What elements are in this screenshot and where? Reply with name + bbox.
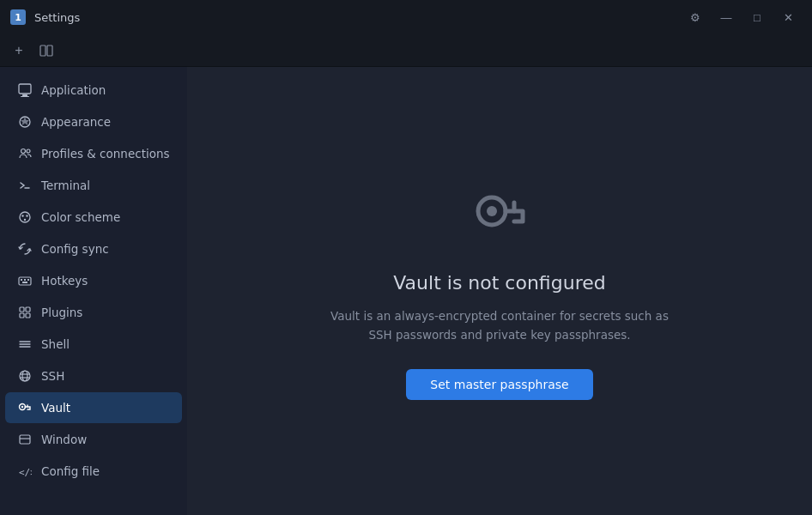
- svg-rect-1: [47, 45, 52, 56]
- titlebar-left: 1 Settings: [10, 9, 682, 25]
- svg-rect-14: [21, 279, 22, 281]
- svg-rect-32: [20, 435, 30, 444]
- svg-rect-21: [26, 313, 30, 318]
- svg-point-30: [21, 406, 23, 408]
- vault-icon: [17, 400, 33, 415]
- tab-bar: +: [0, 34, 812, 67]
- sidebar-label-application: Application: [41, 83, 106, 97]
- vault-title: Vault is not configured: [393, 272, 605, 294]
- sidebar-label-vault: Vault: [41, 401, 70, 415]
- maximize-button[interactable]: □: [743, 3, 771, 31]
- svg-rect-19: [26, 307, 30, 312]
- svg-text:</>: </>: [19, 467, 32, 478]
- vault-empty-icon: [470, 182, 530, 255]
- svg-rect-13: [19, 277, 31, 285]
- profiles-icon: [17, 146, 33, 161]
- svg-point-6: [21, 149, 26, 154]
- svg-rect-18: [20, 307, 24, 312]
- new-tab-button[interactable]: +: [7, 39, 31, 63]
- application-icon: [17, 82, 33, 98]
- sidebar-item-configfile[interactable]: </> Config file: [5, 456, 182, 487]
- svg-rect-0: [40, 45, 45, 56]
- titlebar-title: Settings: [34, 11, 80, 24]
- plugins-icon: [17, 305, 33, 320]
- svg-rect-20: [20, 313, 24, 318]
- sidebar-item-window[interactable]: Window: [5, 424, 182, 455]
- svg-point-11: [26, 215, 27, 216]
- ssh-icon: [17, 368, 33, 384]
- sidebar-item-shell[interactable]: Shell: [5, 329, 182, 360]
- sidebar-item-colorscheme[interactable]: Color scheme: [5, 202, 182, 233]
- window-icon: [17, 432, 33, 447]
- titlebar-actions: ⚙ — □ ✕: [682, 3, 802, 31]
- svg-point-9: [20, 212, 30, 222]
- sidebar-label-configfile: Config file: [41, 464, 100, 478]
- sidebar-label-shell: Shell: [41, 337, 70, 351]
- vault-description: Vault is an always-encrypted container f…: [319, 307, 680, 344]
- svg-rect-3: [22, 94, 27, 96]
- shell-icon: [17, 336, 33, 352]
- svg-point-10: [21, 215, 23, 216]
- sidebar-item-plugins[interactable]: Plugins: [5, 297, 182, 328]
- svg-point-36: [487, 206, 497, 216]
- svg-point-12: [24, 219, 26, 221]
- close-button[interactable]: ✕: [774, 3, 802, 31]
- svg-point-25: [20, 371, 30, 381]
- sidebar: Application Appearance Profiles & connec…: [0, 67, 187, 515]
- set-passphrase-button[interactable]: Set master passphrase: [406, 369, 592, 400]
- sidebar-item-configsync[interactable]: Config sync: [5, 233, 182, 264]
- colorscheme-icon: [17, 209, 33, 225]
- sidebar-item-vault[interactable]: Vault: [5, 392, 182, 423]
- sidebar-label-colorscheme: Color scheme: [41, 210, 120, 224]
- svg-rect-16: [27, 279, 29, 281]
- svg-rect-2: [19, 84, 31, 94]
- minimize-button[interactable]: —: [712, 3, 740, 31]
- titlebar: 1 Settings ⚙ — □ ✕: [0, 0, 812, 34]
- sidebar-item-application[interactable]: Application: [5, 75, 182, 106]
- svg-rect-15: [24, 279, 26, 281]
- configfile-icon: </>: [17, 464, 33, 479]
- split-tab-button[interactable]: [34, 39, 58, 63]
- main-content: Application Appearance Profiles & connec…: [0, 67, 812, 515]
- svg-point-26: [22, 371, 27, 381]
- sidebar-label-hotkeys: Hotkeys: [41, 274, 88, 288]
- svg-rect-17: [22, 282, 27, 283]
- sidebar-label-profiles: Profiles & connections: [41, 147, 170, 161]
- terminal-icon: [17, 178, 33, 193]
- svg-rect-4: [21, 96, 29, 97]
- settings-button[interactable]: ⚙: [682, 3, 709, 31]
- sidebar-item-terminal[interactable]: Terminal: [5, 170, 182, 201]
- sidebar-label-ssh: SSH: [41, 369, 64, 383]
- app-icon: 1: [10, 9, 26, 25]
- appearance-icon: [17, 114, 33, 130]
- sidebar-item-ssh[interactable]: SSH: [5, 360, 182, 391]
- sidebar-item-hotkeys[interactable]: Hotkeys: [5, 265, 182, 296]
- sidebar-label-appearance: Appearance: [41, 115, 111, 129]
- sidebar-item-appearance[interactable]: Appearance: [5, 106, 182, 137]
- sidebar-label-window: Window: [41, 433, 87, 446]
- sidebar-item-profiles[interactable]: Profiles & connections: [5, 138, 182, 169]
- hotkeys-icon: [17, 273, 33, 288]
- sidebar-label-configsync: Config sync: [41, 242, 109, 256]
- sidebar-label-plugins: Plugins: [41, 306, 82, 319]
- sidebar-label-terminal: Terminal: [41, 179, 90, 192]
- content-area: Vault is not configured Vault is an alwa…: [187, 67, 812, 515]
- configsync-icon: [17, 241, 33, 257]
- svg-point-7: [27, 149, 30, 153]
